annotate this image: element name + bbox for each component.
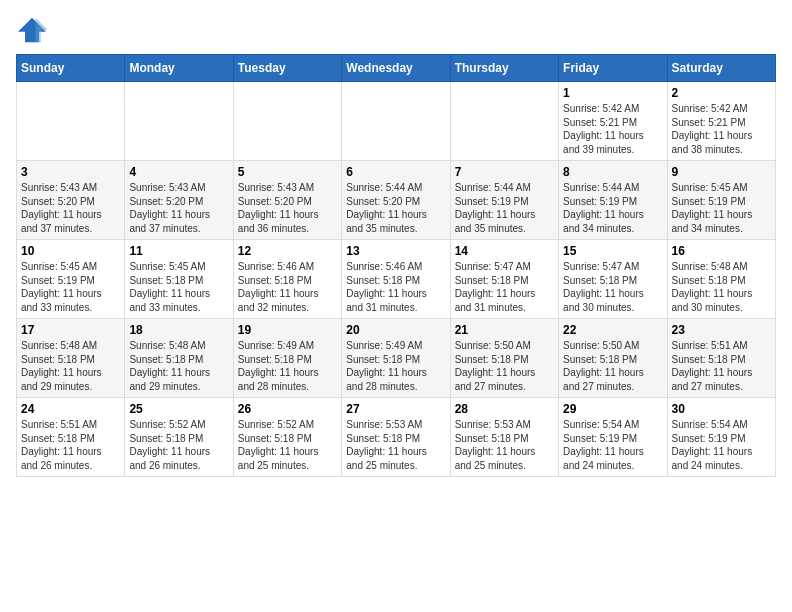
day-number: 22 — [563, 323, 662, 337]
calendar-cell: 30Sunrise: 5:54 AM Sunset: 5:19 PM Dayli… — [667, 398, 775, 477]
weekday-header-saturday: Saturday — [667, 55, 775, 82]
calendar-cell: 15Sunrise: 5:47 AM Sunset: 5:18 PM Dayli… — [559, 240, 667, 319]
calendar-cell: 12Sunrise: 5:46 AM Sunset: 5:18 PM Dayli… — [233, 240, 341, 319]
day-info: Sunrise: 5:49 AM Sunset: 5:18 PM Dayligh… — [346, 339, 445, 393]
calendar-cell — [125, 82, 233, 161]
day-number: 23 — [672, 323, 771, 337]
day-number: 5 — [238, 165, 337, 179]
day-number: 13 — [346, 244, 445, 258]
calendar-week-1: 1Sunrise: 5:42 AM Sunset: 5:21 PM Daylig… — [17, 82, 776, 161]
calendar-cell — [233, 82, 341, 161]
weekday-header-row: SundayMondayTuesdayWednesdayThursdayFrid… — [17, 55, 776, 82]
day-info: Sunrise: 5:45 AM Sunset: 5:18 PM Dayligh… — [129, 260, 228, 314]
day-info: Sunrise: 5:47 AM Sunset: 5:18 PM Dayligh… — [563, 260, 662, 314]
day-info: Sunrise: 5:49 AM Sunset: 5:18 PM Dayligh… — [238, 339, 337, 393]
day-number: 19 — [238, 323, 337, 337]
day-number: 30 — [672, 402, 771, 416]
day-number: 17 — [21, 323, 120, 337]
calendar-cell: 11Sunrise: 5:45 AM Sunset: 5:18 PM Dayli… — [125, 240, 233, 319]
day-number: 27 — [346, 402, 445, 416]
logo — [16, 16, 52, 44]
calendar-cell: 6Sunrise: 5:44 AM Sunset: 5:20 PM Daylig… — [342, 161, 450, 240]
day-number: 16 — [672, 244, 771, 258]
day-info: Sunrise: 5:53 AM Sunset: 5:18 PM Dayligh… — [455, 418, 554, 472]
calendar-cell: 1Sunrise: 5:42 AM Sunset: 5:21 PM Daylig… — [559, 82, 667, 161]
day-info: Sunrise: 5:42 AM Sunset: 5:21 PM Dayligh… — [672, 102, 771, 156]
calendar-cell — [342, 82, 450, 161]
calendar-week-3: 10Sunrise: 5:45 AM Sunset: 5:19 PM Dayli… — [17, 240, 776, 319]
calendar-cell: 9Sunrise: 5:45 AM Sunset: 5:19 PM Daylig… — [667, 161, 775, 240]
day-info: Sunrise: 5:51 AM Sunset: 5:18 PM Dayligh… — [21, 418, 120, 472]
day-info: Sunrise: 5:48 AM Sunset: 5:18 PM Dayligh… — [21, 339, 120, 393]
day-info: Sunrise: 5:54 AM Sunset: 5:19 PM Dayligh… — [563, 418, 662, 472]
day-number: 14 — [455, 244, 554, 258]
day-number: 4 — [129, 165, 228, 179]
calendar-cell: 13Sunrise: 5:46 AM Sunset: 5:18 PM Dayli… — [342, 240, 450, 319]
weekday-header-wednesday: Wednesday — [342, 55, 450, 82]
calendar-cell — [450, 82, 558, 161]
day-info: Sunrise: 5:45 AM Sunset: 5:19 PM Dayligh… — [672, 181, 771, 235]
day-info: Sunrise: 5:48 AM Sunset: 5:18 PM Dayligh… — [672, 260, 771, 314]
day-info: Sunrise: 5:52 AM Sunset: 5:18 PM Dayligh… — [238, 418, 337, 472]
weekday-header-tuesday: Tuesday — [233, 55, 341, 82]
day-info: Sunrise: 5:46 AM Sunset: 5:18 PM Dayligh… — [238, 260, 337, 314]
calendar-cell: 26Sunrise: 5:52 AM Sunset: 5:18 PM Dayli… — [233, 398, 341, 477]
day-number: 9 — [672, 165, 771, 179]
day-number: 25 — [129, 402, 228, 416]
calendar-cell: 29Sunrise: 5:54 AM Sunset: 5:19 PM Dayli… — [559, 398, 667, 477]
calendar-cell: 21Sunrise: 5:50 AM Sunset: 5:18 PM Dayli… — [450, 319, 558, 398]
day-number: 21 — [455, 323, 554, 337]
day-number: 6 — [346, 165, 445, 179]
day-number: 20 — [346, 323, 445, 337]
calendar-cell: 25Sunrise: 5:52 AM Sunset: 5:18 PM Dayli… — [125, 398, 233, 477]
calendar-cell: 28Sunrise: 5:53 AM Sunset: 5:18 PM Dayli… — [450, 398, 558, 477]
calendar-cell: 14Sunrise: 5:47 AM Sunset: 5:18 PM Dayli… — [450, 240, 558, 319]
day-info: Sunrise: 5:44 AM Sunset: 5:19 PM Dayligh… — [563, 181, 662, 235]
day-number: 26 — [238, 402, 337, 416]
page-header — [16, 16, 776, 44]
day-number: 1 — [563, 86, 662, 100]
calendar-cell — [17, 82, 125, 161]
day-info: Sunrise: 5:50 AM Sunset: 5:18 PM Dayligh… — [455, 339, 554, 393]
day-info: Sunrise: 5:45 AM Sunset: 5:19 PM Dayligh… — [21, 260, 120, 314]
day-number: 11 — [129, 244, 228, 258]
calendar-cell: 27Sunrise: 5:53 AM Sunset: 5:18 PM Dayli… — [342, 398, 450, 477]
calendar-week-5: 24Sunrise: 5:51 AM Sunset: 5:18 PM Dayli… — [17, 398, 776, 477]
day-info: Sunrise: 5:52 AM Sunset: 5:18 PM Dayligh… — [129, 418, 228, 472]
day-number: 29 — [563, 402, 662, 416]
calendar-cell: 17Sunrise: 5:48 AM Sunset: 5:18 PM Dayli… — [17, 319, 125, 398]
day-info: Sunrise: 5:43 AM Sunset: 5:20 PM Dayligh… — [129, 181, 228, 235]
weekday-header-sunday: Sunday — [17, 55, 125, 82]
day-info: Sunrise: 5:43 AM Sunset: 5:20 PM Dayligh… — [238, 181, 337, 235]
calendar-cell: 4Sunrise: 5:43 AM Sunset: 5:20 PM Daylig… — [125, 161, 233, 240]
day-info: Sunrise: 5:47 AM Sunset: 5:18 PM Dayligh… — [455, 260, 554, 314]
day-info: Sunrise: 5:50 AM Sunset: 5:18 PM Dayligh… — [563, 339, 662, 393]
calendar-cell: 19Sunrise: 5:49 AM Sunset: 5:18 PM Dayli… — [233, 319, 341, 398]
day-info: Sunrise: 5:44 AM Sunset: 5:19 PM Dayligh… — [455, 181, 554, 235]
calendar-cell: 16Sunrise: 5:48 AM Sunset: 5:18 PM Dayli… — [667, 240, 775, 319]
svg-marker-1 — [36, 18, 48, 43]
calendar-cell: 3Sunrise: 5:43 AM Sunset: 5:20 PM Daylig… — [17, 161, 125, 240]
day-number: 3 — [21, 165, 120, 179]
calendar-cell: 24Sunrise: 5:51 AM Sunset: 5:18 PM Dayli… — [17, 398, 125, 477]
day-number: 12 — [238, 244, 337, 258]
calendar-cell: 18Sunrise: 5:48 AM Sunset: 5:18 PM Dayli… — [125, 319, 233, 398]
day-number: 2 — [672, 86, 771, 100]
calendar-cell: 22Sunrise: 5:50 AM Sunset: 5:18 PM Dayli… — [559, 319, 667, 398]
weekday-header-thursday: Thursday — [450, 55, 558, 82]
calendar-cell: 8Sunrise: 5:44 AM Sunset: 5:19 PM Daylig… — [559, 161, 667, 240]
calendar-cell: 5Sunrise: 5:43 AM Sunset: 5:20 PM Daylig… — [233, 161, 341, 240]
day-number: 10 — [21, 244, 120, 258]
day-info: Sunrise: 5:48 AM Sunset: 5:18 PM Dayligh… — [129, 339, 228, 393]
calendar-cell: 7Sunrise: 5:44 AM Sunset: 5:19 PM Daylig… — [450, 161, 558, 240]
calendar-week-2: 3Sunrise: 5:43 AM Sunset: 5:20 PM Daylig… — [17, 161, 776, 240]
logo-icon — [16, 16, 48, 44]
day-number: 15 — [563, 244, 662, 258]
calendar-cell: 20Sunrise: 5:49 AM Sunset: 5:18 PM Dayli… — [342, 319, 450, 398]
day-info: Sunrise: 5:53 AM Sunset: 5:18 PM Dayligh… — [346, 418, 445, 472]
calendar-cell: 23Sunrise: 5:51 AM Sunset: 5:18 PM Dayli… — [667, 319, 775, 398]
calendar-cell: 2Sunrise: 5:42 AM Sunset: 5:21 PM Daylig… — [667, 82, 775, 161]
day-number: 24 — [21, 402, 120, 416]
day-info: Sunrise: 5:44 AM Sunset: 5:20 PM Dayligh… — [346, 181, 445, 235]
weekday-header-monday: Monday — [125, 55, 233, 82]
